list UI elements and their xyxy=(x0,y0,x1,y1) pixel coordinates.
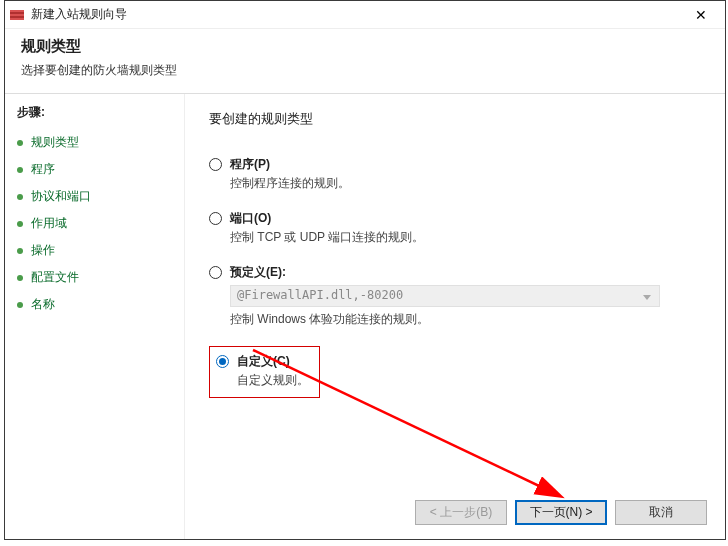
step-protocol-ports[interactable]: 协议和端口 xyxy=(17,183,172,210)
radio-content: 程序(P) 控制程序连接的规则。 xyxy=(230,156,701,192)
step-label: 程序 xyxy=(31,161,55,178)
bullet-icon xyxy=(17,140,23,146)
radio-icon xyxy=(209,158,222,171)
highlighted-selection: 自定义(C) 自定义规则。 xyxy=(209,346,701,398)
radio-icon xyxy=(209,266,222,279)
steps-heading: 步骤: xyxy=(17,104,172,121)
step-label: 操作 xyxy=(31,242,55,259)
step-label: 作用域 xyxy=(31,215,67,232)
page-subtitle: 选择要创建的防火墙规则类型 xyxy=(21,62,709,79)
radio-label: 端口(O) xyxy=(230,210,701,227)
bullet-icon xyxy=(17,167,23,173)
step-program[interactable]: 程序 xyxy=(17,156,172,183)
window-title: 新建入站规则向导 xyxy=(31,6,681,23)
radio-label: 程序(P) xyxy=(230,156,701,173)
next-button[interactable]: 下一页(N) > xyxy=(515,500,607,525)
step-label: 配置文件 xyxy=(31,269,79,286)
wizard-footer: < 上一步(B) 下一页(N) > 取消 xyxy=(415,500,707,525)
steps-sidebar: 步骤: 规则类型 程序 协议和端口 作用域 操作 配置文件 名称 xyxy=(5,94,185,539)
step-label: 名称 xyxy=(31,296,55,313)
radio-option-predefined[interactable]: 预定义(E): @FirewallAPI.dll,-80200 控制 Windo… xyxy=(209,264,701,328)
titlebar: 新建入站规则向导 ✕ xyxy=(5,1,725,29)
step-label: 规则类型 xyxy=(31,134,79,151)
wizard-window: 新建入站规则向导 ✕ 规则类型 选择要创建的防火墙规则类型 步骤: 规则类型 程… xyxy=(4,0,726,540)
bullet-icon xyxy=(17,248,23,254)
radio-description: 控制 TCP 或 UDP 端口连接的规则。 xyxy=(230,229,701,246)
step-label: 协议和端口 xyxy=(31,188,91,205)
radio-option-port[interactable]: 端口(O) 控制 TCP 或 UDP 端口连接的规则。 xyxy=(209,210,701,246)
highlight-box: 自定义(C) 自定义规则。 xyxy=(209,346,320,398)
main-panel: 要创建的规则类型 程序(P) 控制程序连接的规则。 端口(O) 控制 TCP 或… xyxy=(185,94,725,539)
bullet-icon xyxy=(17,275,23,281)
step-rule-type[interactable]: 规则类型 xyxy=(17,129,172,156)
step-profile[interactable]: 配置文件 xyxy=(17,264,172,291)
bullet-icon xyxy=(17,194,23,200)
close-button[interactable]: ✕ xyxy=(681,1,721,29)
wizard-header: 规则类型 选择要创建的防火墙规则类型 xyxy=(5,29,725,93)
radio-description: 控制 Windows 体验功能连接的规则。 xyxy=(230,311,701,328)
radio-icon-checked xyxy=(216,355,229,368)
page-title: 规则类型 xyxy=(21,37,709,56)
radio-option-custom[interactable]: 自定义(C) 自定义规则。 xyxy=(216,353,309,389)
radio-option-program[interactable]: 程序(P) 控制程序连接的规则。 xyxy=(209,156,701,192)
svg-rect-2 xyxy=(10,14,24,16)
bullet-icon xyxy=(17,302,23,308)
radio-label: 预定义(E): xyxy=(230,264,701,281)
radio-description: 自定义规则。 xyxy=(237,372,309,389)
radio-label: 自定义(C) xyxy=(237,353,309,370)
step-action[interactable]: 操作 xyxy=(17,237,172,264)
svg-rect-3 xyxy=(10,18,24,20)
wizard-body: 步骤: 规则类型 程序 协议和端口 作用域 操作 配置文件 名称 要创建的规则类… xyxy=(5,93,725,539)
rule-type-radio-group: 程序(P) 控制程序连接的规则。 端口(O) 控制 TCP 或 UDP 端口连接… xyxy=(209,156,701,398)
radio-content: 自定义(C) 自定义规则。 xyxy=(237,353,309,389)
radio-content: 端口(O) 控制 TCP 或 UDP 端口连接的规则。 xyxy=(230,210,701,246)
cancel-button[interactable]: 取消 xyxy=(615,500,707,525)
step-name[interactable]: 名称 xyxy=(17,291,172,318)
predefined-dropdown[interactable]: @FirewallAPI.dll,-80200 xyxy=(230,285,660,307)
main-heading: 要创建的规则类型 xyxy=(209,110,701,128)
firewall-icon xyxy=(9,7,25,23)
svg-rect-1 xyxy=(10,10,24,12)
radio-content: 预定义(E): @FirewallAPI.dll,-80200 控制 Windo… xyxy=(230,264,701,328)
back-button[interactable]: < 上一步(B) xyxy=(415,500,507,525)
radio-description: 控制程序连接的规则。 xyxy=(230,175,701,192)
step-scope[interactable]: 作用域 xyxy=(17,210,172,237)
radio-icon xyxy=(209,212,222,225)
bullet-icon xyxy=(17,221,23,227)
